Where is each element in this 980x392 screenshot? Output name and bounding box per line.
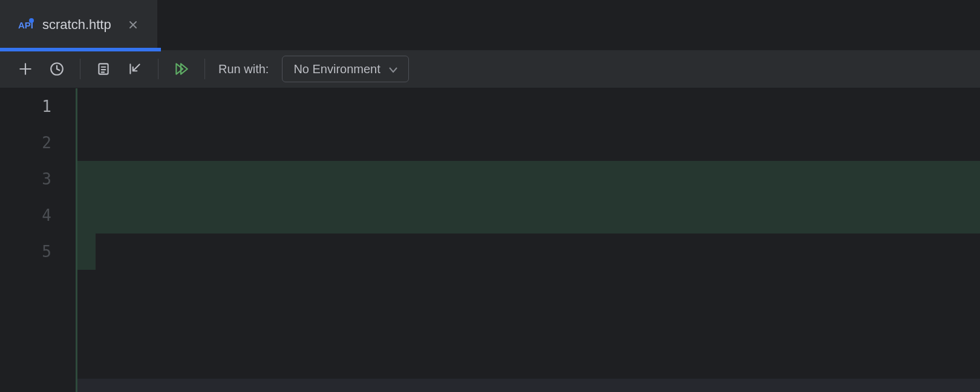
line-number: 4 <box>0 197 76 234</box>
svg-point-1 <box>29 18 34 23</box>
api-icon: API <box>18 18 34 31</box>
environment-value: No Environment <box>293 62 380 76</box>
run-all-button[interactable] <box>169 57 194 81</box>
editor-toolbar: Run with: No Environment <box>0 50 980 88</box>
environment-dropdown[interactable]: No Environment <box>282 56 408 82</box>
import-button[interactable] <box>123 57 147 81</box>
history-button[interactable] <box>45 57 69 81</box>
line-number: 2 <box>0 125 76 161</box>
code-editor[interactable]: 1 2 3 4 5 GRPC grpcs://grpcb.in:9001/hel… <box>0 88 980 392</box>
line-number: 5 <box>0 234 76 270</box>
code-line-1: GRPC grpcs://grpcb.in:9001/hello.HelloSe… <box>77 379 980 392</box>
chevron-down-icon <box>389 62 397 76</box>
tab-filename: scratch.http <box>42 17 111 33</box>
close-icon[interactable] <box>126 18 140 32</box>
tab-active-indicator <box>0 48 161 51</box>
tab-scratch-http[interactable]: API scratch.http <box>0 0 157 50</box>
toolbar-divider <box>80 59 80 79</box>
request-body-highlight-tail <box>77 234 96 270</box>
request-body-highlight <box>77 161 980 234</box>
tab-bar: API scratch.http <box>0 0 980 50</box>
toolbar-divider <box>158 59 158 79</box>
run-with-label: Run with: <box>218 62 269 76</box>
examples-button[interactable] <box>91 57 116 81</box>
toolbar-divider <box>204 59 205 79</box>
add-request-button[interactable] <box>13 57 38 81</box>
line-number: 1 <box>0 88 76 125</box>
code-area[interactable]: GRPC grpcs://grpcb.in:9001/hello.HelloSe… <box>77 88 980 392</box>
line-number: 3 <box>0 161 76 197</box>
gutter: 1 2 3 4 5 <box>0 88 77 392</box>
